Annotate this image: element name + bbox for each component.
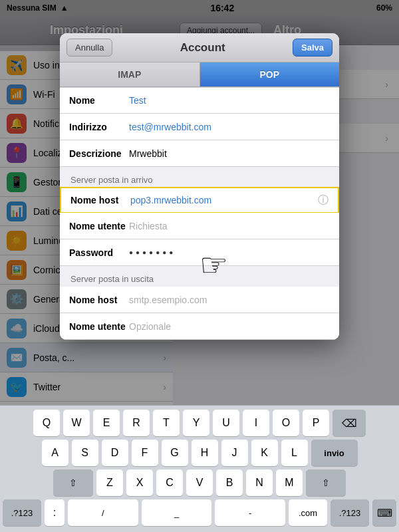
nome-host-info-icon: ⓘ xyxy=(318,194,329,207)
key-m[interactable]: M xyxy=(276,469,303,496)
key-h[interactable]: H xyxy=(192,440,218,466)
key-delete[interactable]: ⌫ xyxy=(332,410,366,436)
key-numbers-left[interactable]: .?123 xyxy=(3,499,41,526)
password-row[interactable]: Password ●●●●●●● xyxy=(60,239,339,266)
key-p[interactable]: P xyxy=(303,410,329,436)
nome-host-uscita-placeholder: smtp.esempio.com xyxy=(129,295,330,305)
nome-utente-uscita-placeholder: Opzionale xyxy=(129,321,330,332)
kb-row-1: Q W E R T Y U I O P ⌫ xyxy=(3,410,396,436)
account-modal: Annulla Account Salva IMAP POP Nome Test… xyxy=(60,33,339,340)
nome-utente-uscita-label: Nome utente xyxy=(69,321,129,332)
nome-field-label: Nome xyxy=(69,95,129,106)
key-b[interactable]: B xyxy=(216,469,243,496)
keyboard: Q W E R T Y U I O P ⌫ A S D F G H J K L … xyxy=(0,405,399,532)
key-j[interactable]: J xyxy=(221,440,248,466)
key-o[interactable]: O xyxy=(273,410,299,436)
nome-host-arrivo-label: Nome host xyxy=(70,195,130,205)
form-body: Nome Test Indirizzo test@mrwebbit.com De… xyxy=(60,87,339,340)
indirizzo-row[interactable]: Indirizzo test@mrwebbit.com xyxy=(60,114,339,140)
server-arrivo-label: Server posta in arrivo xyxy=(60,167,339,188)
key-f[interactable]: F xyxy=(132,440,158,466)
tab-imap[interactable]: IMAP xyxy=(60,63,200,86)
kb-row-4: .?123 : / _ - .com .?123 ⌨ xyxy=(3,499,396,526)
key-c[interactable]: C xyxy=(156,469,183,496)
key-k[interactable]: K xyxy=(251,440,278,466)
key-q[interactable]: Q xyxy=(33,410,60,436)
key-i[interactable]: I xyxy=(243,410,269,436)
nome-row[interactable]: Nome Test xyxy=(60,87,339,114)
key-r[interactable]: R xyxy=(123,410,150,436)
key-a[interactable]: A xyxy=(42,440,68,466)
key-y[interactable]: Y xyxy=(183,410,209,436)
key-colon[interactable]: : xyxy=(45,499,65,526)
indirizzo-field-value: test@mrwebbit.com xyxy=(129,122,330,132)
key-slash[interactable]: / xyxy=(68,499,138,526)
kb-row-2: A S D F G H J K L invio xyxy=(3,440,396,466)
nome-field-value: Test xyxy=(129,95,330,106)
nome-host-uscita-label: Nome host xyxy=(69,295,129,305)
key-n[interactable]: N xyxy=(246,469,273,496)
cancel-button[interactable]: Annulla xyxy=(66,39,112,57)
nome-utente-arrivo-row[interactable]: Nome utente Richiesta xyxy=(60,213,339,239)
nome-utente-arrivo-label: Nome utente xyxy=(69,221,129,231)
tab-imap-label: IMAP xyxy=(118,69,141,80)
key-dash[interactable]: - xyxy=(215,499,285,526)
key-v[interactable]: V xyxy=(186,469,213,496)
kb-row-3: ⇧ Z X C V B N M ⇧ xyxy=(3,469,396,496)
key-u[interactable]: U xyxy=(213,410,239,436)
tab-pop-label: POP xyxy=(259,69,279,80)
nome-host-uscita-row[interactable]: Nome host smtp.esempio.com xyxy=(60,287,339,313)
modal-title: Account xyxy=(180,41,225,55)
key-numbers-right[interactable]: .?123 xyxy=(331,499,369,526)
key-g[interactable]: G xyxy=(162,440,188,466)
nome-utente-arrivo-placeholder: Richiesta xyxy=(129,221,330,231)
password-label: Password xyxy=(69,247,129,258)
key-shift[interactable]: ⇧ xyxy=(53,469,93,496)
key-s[interactable]: S xyxy=(72,440,98,466)
key-w[interactable]: W xyxy=(63,410,90,436)
modal-header: Annulla Account Salva xyxy=(60,33,339,63)
key-z[interactable]: Z xyxy=(96,469,123,496)
key-e[interactable]: E xyxy=(93,410,120,436)
key-shift-right[interactable]: ⇧ xyxy=(306,469,346,496)
descrizione-row[interactable]: Descrizione Mrwebbit xyxy=(60,140,339,167)
save-button[interactable]: Salva xyxy=(293,39,332,57)
key-invio[interactable]: invio xyxy=(311,440,358,466)
key-keyboard-icon[interactable]: ⌨ xyxy=(372,499,396,526)
key-l[interactable]: L xyxy=(281,440,308,466)
password-dots: ●●●●●●● xyxy=(129,249,330,256)
key-dotcom[interactable]: .com xyxy=(289,499,327,526)
tab-bar: IMAP POP xyxy=(60,63,339,87)
server-uscita-label: Server posta in uscita xyxy=(60,266,339,287)
key-underscore[interactable]: _ xyxy=(142,499,212,526)
descrizione-field-value: Mrwebbit xyxy=(129,148,330,159)
key-d[interactable]: D xyxy=(102,440,128,466)
nome-host-arrivo-row[interactable]: Nome host pop3.mrwebbit.com ⓘ xyxy=(60,187,339,213)
key-x[interactable]: X xyxy=(126,469,153,496)
nome-host-arrivo-value: pop3.mrwebbit.com xyxy=(130,195,315,205)
indirizzo-field-label: Indirizzo xyxy=(69,122,129,132)
nome-utente-uscita-row[interactable]: Nome utente Opzionale xyxy=(60,313,339,340)
descrizione-field-label: Descrizione xyxy=(69,148,129,159)
tab-pop[interactable]: POP xyxy=(200,63,340,86)
key-t[interactable]: T xyxy=(153,410,180,436)
